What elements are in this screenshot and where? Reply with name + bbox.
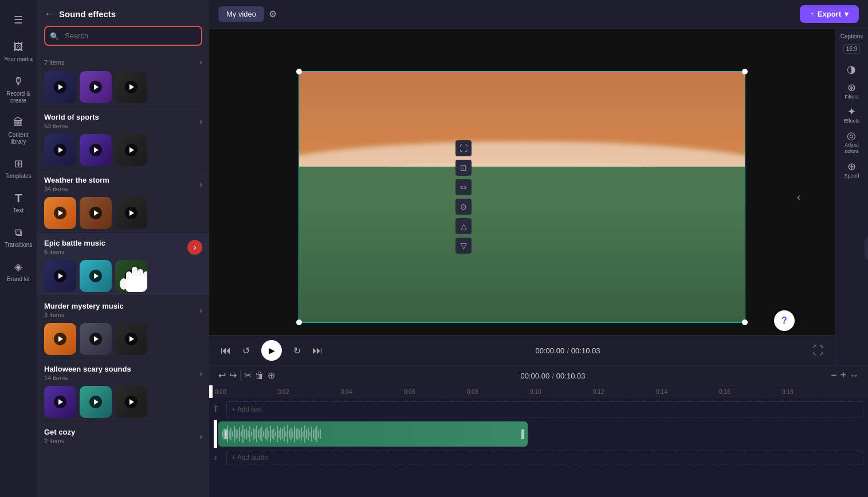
- category-name: Epic battle music: [44, 239, 187, 247]
- video-section: Captions 16:9 ◑ ⊛ Filters ✦ Effects ◎: [209, 29, 868, 365]
- wave-bar: [290, 428, 292, 440]
- sidebar-item-templates[interactable]: ⊞ Templates: [0, 152, 37, 184]
- wave-bar: [273, 428, 274, 440]
- align-down-button[interactable]: ▽: [455, 238, 472, 254]
- skip-forward-button[interactable]: ⏭: [312, 345, 323, 357]
- play-indicator: [89, 81, 102, 93]
- flip-button[interactable]: ⇔: [455, 179, 472, 195]
- chevron-right-icon: ›: [199, 180, 202, 189]
- redo-button[interactable]: ↪: [229, 370, 237, 381]
- sound-thumbnail[interactable]: [80, 197, 112, 229]
- sound-thumbnail[interactable]: [115, 71, 147, 103]
- sound-categories-list: 7 items ›: [37, 52, 209, 497]
- category-header[interactable]: Weather the storm 34 items ›: [44, 176, 202, 192]
- sound-thumbnail[interactable]: [44, 386, 76, 418]
- zoom-fit-button[interactable]: ⊙: [455, 199, 472, 215]
- zoom-in-button[interactable]: +: [840, 369, 846, 381]
- expand-view-button[interactable]: ⛶: [455, 140, 472, 156]
- sound-thumbnail[interactable]: [115, 134, 147, 166]
- delete-button[interactable]: 🗑: [255, 370, 264, 381]
- sidebar-item-brand-kit[interactable]: ◈ Brand kit: [0, 255, 37, 287]
- ruler-mark: 0:04: [341, 385, 404, 398]
- sound-thumbnail[interactable]: [44, 323, 76, 355]
- play-button[interactable]: ▶: [261, 340, 282, 361]
- hamburger-button[interactable]: ☰: [7, 7, 30, 33]
- add-audio-button[interactable]: + Add audio: [226, 451, 863, 464]
- effects-tool[interactable]: ✦ Effects: [844, 105, 859, 124]
- skip-back-button[interactable]: ⏮: [221, 345, 231, 357]
- category-header[interactable]: Murder mystery music 3 items ›: [44, 302, 202, 318]
- category-name: Weather the storm: [44, 176, 199, 184]
- sidebar-item-transitions[interactable]: ⧉ Transitions: [0, 221, 37, 253]
- wave-bar: [248, 431, 249, 437]
- collapse-right-button[interactable]: ‹: [797, 191, 800, 203]
- adjust-colors-tool[interactable]: ◎ Adjustcolors: [845, 129, 859, 155]
- sound-thumbnail[interactable]: [44, 260, 76, 292]
- crop-button[interactable]: ⊡: [455, 160, 472, 176]
- speed-tool[interactable]: ⊕ Speed: [844, 160, 859, 179]
- sound-thumbnail[interactable]: [115, 197, 147, 229]
- rewind-button[interactable]: ↺: [242, 345, 250, 356]
- wave-bar: [239, 427, 240, 441]
- video-clip[interactable]: ▐ ▐: [218, 421, 528, 447]
- corner-handle-bl[interactable]: [296, 320, 302, 325]
- corner-handle-tr[interactable]: [742, 69, 748, 74]
- play-indicator: [89, 207, 102, 219]
- sound-thumbnail[interactable]: [80, 260, 112, 292]
- panel-title: Sound effects: [59, 9, 116, 19]
- chevron-right-icon: ›: [199, 117, 202, 126]
- sidebar-item-your-media[interactable]: 🖼 Your media: [0, 36, 37, 68]
- sound-thumbnail[interactable]: [80, 134, 112, 166]
- ruler-mark: 0:06: [404, 385, 467, 398]
- wave-bar: [304, 425, 305, 443]
- wave-bar: [292, 431, 293, 437]
- sidebar-item-record-create[interactable]: 🎙 Record & create: [0, 70, 37, 109]
- category-header[interactable]: Epic battle music 6 items ›: [44, 239, 202, 255]
- fullscreen-button[interactable]: ⛶: [813, 345, 823, 357]
- sound-thumbnail[interactable]: [115, 386, 147, 418]
- playback-bar: ⏮ ↺ ▶ ↻ ⏭ 00:00.00 / 00:10.03 ⛶: [209, 335, 835, 365]
- wave-bar: [294, 426, 295, 442]
- sound-thumbnail[interactable]: [80, 71, 112, 103]
- add-media-button[interactable]: ⊕: [268, 370, 275, 381]
- sound-thumbnail[interactable]: [80, 386, 112, 418]
- sound-thumbnail[interactable]: [44, 197, 76, 229]
- wave-bar: [313, 430, 314, 438]
- filters-tool[interactable]: ⊛ Filters: [845, 81, 859, 100]
- undo-button[interactable]: ↩: [218, 370, 226, 381]
- category-header[interactable]: Halloween scary sounds 14 items ›: [44, 365, 202, 381]
- search-input[interactable]: [44, 26, 202, 46]
- sound-thumbnail[interactable]: [44, 71, 76, 103]
- add-text-button[interactable]: + Add text: [226, 401, 863, 417]
- cut-button[interactable]: ✂: [244, 370, 252, 381]
- my-video-tab[interactable]: My video: [218, 6, 264, 22]
- export-button[interactable]: ↑ Export ▾: [800, 5, 859, 23]
- sound-thumbnail[interactable]: [80, 323, 112, 355]
- sound-thumbnail[interactable]: [44, 134, 76, 166]
- aspect-ratio-badge[interactable]: 16:9: [843, 44, 860, 54]
- sound-thumbnail[interactable]: [115, 323, 147, 355]
- category-count: 3 items: [44, 311, 199, 318]
- corner-handle-br[interactable]: [742, 320, 748, 325]
- expand-timeline-button[interactable]: ↔: [850, 370, 859, 381]
- align-up-button[interactable]: △: [455, 218, 472, 234]
- time-current: 00:00.00: [536, 346, 565, 355]
- sidebar-item-content-library[interactable]: 🏛 Content library: [0, 111, 37, 150]
- forward-button[interactable]: ↻: [293, 345, 301, 356]
- zoom-out-button[interactable]: −: [831, 369, 837, 381]
- back-button[interactable]: ←: [44, 8, 54, 20]
- wave-bar: [265, 429, 266, 439]
- corner-handle-tl[interactable]: [296, 69, 302, 74]
- category-header[interactable]: 7 items ›: [44, 57, 202, 66]
- sound-thumbnail[interactable]: [115, 260, 147, 292]
- fade-tool[interactable]: ◑: [847, 63, 856, 76]
- timeline-time-total: 00:10.03: [556, 372, 586, 380]
- category-header[interactable]: Get cozy 2 items ›: [44, 428, 202, 444]
- timeline: ↩ ↪ ✂ 🗑 ⊕ 00:00.00 / 00:10.03 − + ↔: [209, 365, 868, 497]
- wave-bar: [301, 427, 302, 441]
- category-header[interactable]: World of sports 53 items ›: [44, 113, 202, 129]
- help-button[interactable]: ?: [774, 310, 795, 331]
- settings-button[interactable]: ⚙: [269, 9, 277, 19]
- category-name: Murder mystery music: [44, 302, 199, 310]
- sidebar-item-text[interactable]: T Text: [0, 187, 37, 219]
